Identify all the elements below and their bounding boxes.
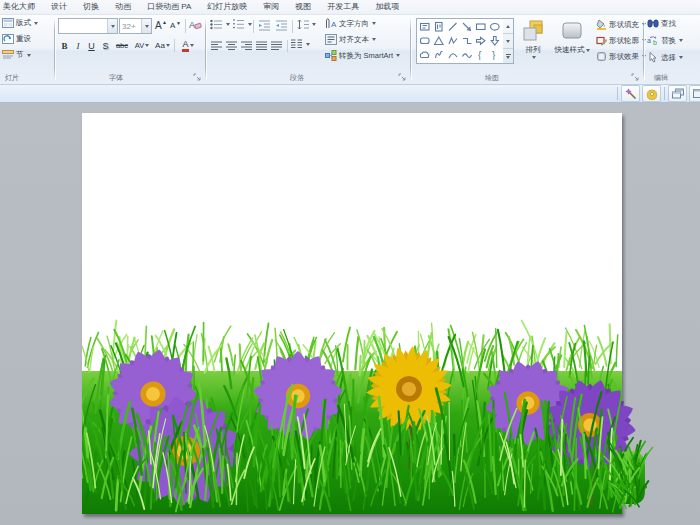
grow-font-button[interactable]: A▲ <box>154 17 168 33</box>
flower-grass-picture[interactable] <box>82 113 654 514</box>
shape-down-arrow-icon[interactable] <box>489 35 500 46</box>
gallery-scroll-down[interactable] <box>503 34 513 49</box>
strikethrough-button[interactable]: abc <box>113 37 131 54</box>
ribbon-tab-5[interactable]: 幻灯片放映 <box>199 0 255 14</box>
group-paragraph: A 文字方向 对齐文本 转换为 SmartArt 段落 <box>207 15 409 84</box>
distribute-button[interactable] <box>270 39 284 52</box>
align-center-button[interactable] <box>225 39 239 52</box>
shrink-font-button[interactable]: A▼ <box>169 18 182 33</box>
shapes-gallery-scrollbar[interactable] <box>503 18 514 64</box>
shape-line-icon[interactable] <box>447 21 458 32</box>
chevron-down-icon[interactable] <box>107 19 117 33</box>
convert-smartart-button[interactable]: 转换为 SmartArt <box>325 50 400 61</box>
justify-button[interactable] <box>255 39 269 52</box>
replace-icon: ab <box>647 35 659 46</box>
ribbon-tab-3[interactable]: 动画 <box>107 0 139 14</box>
chevron-down-icon <box>372 22 376 25</box>
shape-elbow-icon[interactable] <box>461 35 472 46</box>
chevron-down-icon[interactable] <box>141 19 151 33</box>
group-separator <box>410 18 411 80</box>
increase-indent-button[interactable] <box>274 19 289 32</box>
bullets-button[interactable] <box>210 19 230 30</box>
shape-fill-label: 形状填充 <box>609 20 639 30</box>
window-cascade-button[interactable] <box>668 85 687 102</box>
shape-right-arrow-icon[interactable] <box>475 35 486 46</box>
svg-text:}: } <box>492 49 496 60</box>
change-case-button[interactable]: Aa <box>153 37 172 54</box>
font-color-button[interactable]: A <box>178 37 198 54</box>
character-spacing-label: AV <box>135 41 144 50</box>
font-name-combobox[interactable] <box>58 18 118 34</box>
shape-arrow-line-icon[interactable] <box>461 21 472 32</box>
settings-gear-button[interactable] <box>642 85 661 102</box>
chevron-down-icon <box>679 56 683 59</box>
bold-button[interactable]: B <box>58 37 71 54</box>
columns-button[interactable] <box>291 39 310 49</box>
shape-triangle-icon[interactable] <box>433 35 444 46</box>
shape-vertical-textbox-icon[interactable] <box>433 21 444 32</box>
align-right-button[interactable] <box>240 39 254 52</box>
ribbon-tab-1[interactable]: 设计 <box>43 0 75 14</box>
ribbon-tab-6[interactable]: 审阅 <box>255 0 287 14</box>
find-icon <box>647 18 659 29</box>
shape-fill-button[interactable]: 形状填充 <box>596 19 646 30</box>
group-paragraph-label: 段落 <box>207 73 387 83</box>
shape-rectangle-icon[interactable] <box>475 21 486 32</box>
text-direction-button[interactable]: A 文字方向 <box>325 18 376 29</box>
section-button[interactable]: 节 <box>2 50 31 60</box>
reset-icon <box>2 34 14 44</box>
font-dialog-launcher[interactable] <box>193 73 201 81</box>
replace-button[interactable]: ab 替换 <box>647 35 683 46</box>
ribbon-tab-2[interactable]: 切换 <box>75 0 107 14</box>
select-icon <box>647 52 659 63</box>
shape-scribble-icon[interactable] <box>433 49 444 60</box>
decrease-indent-button[interactable] <box>257 19 272 32</box>
align-text-button[interactable]: 对齐文本 <box>325 34 376 45</box>
addin-toolbar <box>0 85 700 103</box>
line-spacing-button[interactable] <box>296 19 316 30</box>
shape-effects-button[interactable]: 形状效果 <box>596 51 646 62</box>
gallery-scroll-up[interactable] <box>503 19 513 34</box>
character-spacing-button[interactable]: AV <box>132 37 152 54</box>
shape-rounded-rectangle-icon[interactable] <box>419 35 430 46</box>
window-partial-button[interactable] <box>689 85 700 102</box>
find-button[interactable]: 查找 <box>647 18 676 29</box>
slide-page[interactable] <box>82 113 622 514</box>
italic-button[interactable]: I <box>72 37 84 54</box>
shape-arc-icon[interactable] <box>447 49 458 60</box>
ribbon-tab-9[interactable]: 加载项 <box>367 0 407 14</box>
reset-button[interactable]: 重设 <box>2 34 31 44</box>
ribbon-tab-4[interactable]: 口袋动画 PA <box>139 0 199 14</box>
group-separator <box>205 18 206 80</box>
text-shadow-button[interactable]: S <box>99 37 112 54</box>
paragraph-dialog-launcher[interactable] <box>398 73 406 81</box>
quick-styles-button[interactable]: 快速样式 <box>550 17 594 67</box>
drawing-dialog-launcher[interactable] <box>631 73 639 81</box>
layout-button[interactable]: 版式 <box>2 18 38 28</box>
shape-curve-icon[interactable] <box>461 49 472 60</box>
align-left-button[interactable] <box>210 39 224 52</box>
shape-textbox-icon[interactable] <box>419 21 430 32</box>
shape-left-brace-icon[interactable]: { <box>475 49 486 60</box>
chevron-down-icon <box>166 44 170 47</box>
arrange-button[interactable]: 排列 <box>516 17 550 67</box>
clear-formatting-button[interactable]: A <box>188 17 203 33</box>
ribbon-tab-8[interactable]: 开发工具 <box>319 0 367 14</box>
editing-canvas[interactable] <box>0 103 700 525</box>
shape-right-brace-icon[interactable]: } <box>489 49 500 60</box>
ribbon-tab-0[interactable]: 美化大师 <box>0 0 43 14</box>
shape-cloud-icon[interactable] <box>419 49 430 60</box>
shape-oval-icon[interactable] <box>489 21 500 32</box>
magic-wand-button[interactable] <box>621 85 640 102</box>
shape-outline-button[interactable]: 形状轮廓 <box>596 35 646 46</box>
text-direction-label: 文字方向 <box>339 19 369 29</box>
shapes-gallery[interactable]: { } <box>416 18 504 64</box>
font-size-combobox[interactable]: 32+ <box>119 18 152 34</box>
ribbon-tab-7[interactable]: 视图 <box>287 0 319 14</box>
shape-freeform-icon[interactable] <box>447 35 458 46</box>
underline-button[interactable]: U <box>85 37 98 54</box>
chevron-down-icon <box>396 54 400 57</box>
gallery-more-button[interactable] <box>503 49 513 63</box>
numbering-button[interactable] <box>232 19 252 30</box>
select-button[interactable]: 选择 <box>647 52 683 63</box>
